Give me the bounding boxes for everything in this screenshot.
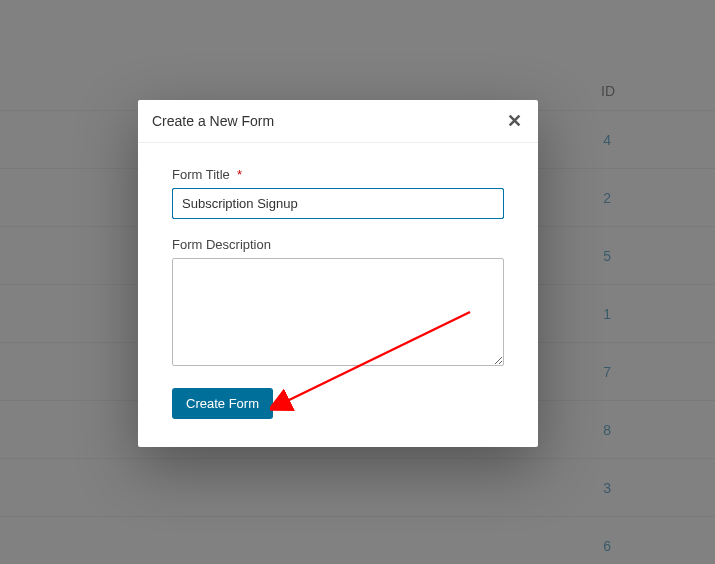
form-description-label: Form Description bbox=[172, 237, 504, 252]
modal-title: Create a New Form bbox=[152, 113, 274, 129]
create-form-modal: Create a New Form ✕ Form Title * Form De… bbox=[138, 100, 538, 447]
form-title-input[interactable] bbox=[172, 188, 504, 219]
form-title-label-text: Form Title bbox=[172, 167, 230, 182]
create-form-button[interactable]: Create Form bbox=[172, 388, 273, 419]
form-description-textarea[interactable] bbox=[172, 258, 504, 366]
modal-header: Create a New Form ✕ bbox=[138, 100, 538, 143]
modal-body: Form Title * Form Description Create For… bbox=[138, 143, 538, 447]
form-title-label: Form Title * bbox=[172, 167, 504, 182]
close-icon[interactable]: ✕ bbox=[505, 110, 524, 132]
required-mark: * bbox=[237, 167, 242, 182]
